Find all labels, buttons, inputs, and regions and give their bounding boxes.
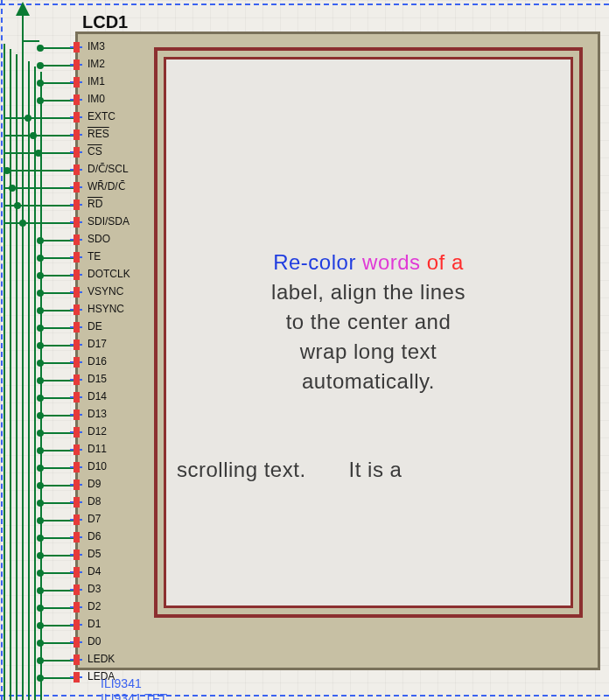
pin-row[interactable]: LEDK <box>0 651 158 668</box>
lcd-word-1: Re-color <box>273 250 356 274</box>
pin-label: D8 <box>88 495 101 508</box>
pin-pad[interactable] <box>74 340 80 350</box>
reference-designator[interactable]: LCD1 <box>82 12 128 32</box>
pin-row[interactable]: HSYNC <box>0 301 158 318</box>
pin-label: D16 <box>88 355 107 368</box>
pin-row[interactable]: D9 <box>0 476 158 494</box>
pin-row[interactable]: RD <box>0 196 158 214</box>
pin-pad[interactable] <box>74 584 80 595</box>
schematic-canvas[interactable]: LCD1 IM3IM2IM1IM0EXTCRESCSD/C̄/SCLWR̄/D/… <box>0 0 609 700</box>
pin-row[interactable]: DE <box>0 318 158 336</box>
pin-row[interactable]: D1 <box>0 616 158 634</box>
pin-row[interactable]: CS <box>0 144 158 161</box>
pin-row[interactable]: D0 <box>0 634 158 651</box>
pin-pad[interactable] <box>74 200 80 210</box>
pin-row[interactable]: D5 <box>0 546 158 564</box>
pin-pad[interactable] <box>74 514 80 525</box>
part-description[interactable]: ILI9341 TFT <box>101 691 167 700</box>
pin-row[interactable]: D11 <box>0 441 158 458</box>
pin-pad[interactable] <box>74 304 80 315</box>
pin-row[interactable]: D12 <box>0 424 158 441</box>
pin-pad[interactable] <box>74 60 80 70</box>
pin-label: HSYNC <box>88 303 124 315</box>
pin-label: IM3 <box>88 40 105 52</box>
pin-row[interactable]: D6 <box>0 528 158 546</box>
pin-pad[interactable] <box>74 130 80 140</box>
pin-pad[interactable] <box>74 550 80 560</box>
pin-row[interactable]: EXTC <box>0 108 158 126</box>
pin-row[interactable]: D3 <box>0 581 158 598</box>
pin-terminal <box>35 150 42 157</box>
pin-row[interactable]: DOTCLK <box>0 266 158 284</box>
pin-pad[interactable] <box>74 112 80 122</box>
pin-pad[interactable] <box>74 497 80 508</box>
pin-row[interactable]: TE <box>0 248 158 266</box>
pin-row[interactable]: D/C̄/SCL <box>0 161 158 178</box>
pin-row[interactable]: RES <box>0 126 158 144</box>
pin-pad[interactable] <box>74 270 80 280</box>
pin-row[interactable]: D2 <box>0 598 158 616</box>
pin-row[interactable]: D17 <box>0 336 158 354</box>
pin-pad[interactable] <box>74 427 80 438</box>
pin-pad[interactable] <box>74 252 80 262</box>
pin-pad[interactable] <box>74 392 80 402</box>
pin-pad[interactable] <box>74 374 80 385</box>
pin-pad[interactable] <box>74 94 80 105</box>
part-number[interactable]: ILI9341 <box>101 676 142 690</box>
pin-pad[interactable] <box>74 147 80 158</box>
pin-pad[interactable] <box>74 77 80 88</box>
pin-terminal <box>37 237 44 244</box>
pin-pad[interactable] <box>74 42 80 52</box>
pin-pad[interactable] <box>74 672 80 682</box>
pin-pad[interactable] <box>74 182 80 192</box>
pin-pad[interactable] <box>74 620 80 630</box>
pin-terminal <box>37 587 44 594</box>
pin-pad[interactable] <box>74 462 80 472</box>
pin-wire <box>4 170 75 172</box>
pin-pad[interactable] <box>74 602 80 612</box>
pin-terminal <box>37 675 44 682</box>
pin-pad[interactable] <box>74 234 80 245</box>
pin-pad[interactable] <box>74 532 80 542</box>
pin-pad[interactable] <box>74 654 80 665</box>
pin-pad[interactable] <box>74 322 80 332</box>
pin-row[interactable]: D4 <box>0 564 158 581</box>
pin-row[interactable]: WR̄/D/C̄ <box>0 178 158 196</box>
pin-terminal <box>37 640 44 647</box>
pin-pad[interactable] <box>74 567 80 578</box>
pin-wire <box>4 117 75 119</box>
pin-pad[interactable] <box>74 164 80 175</box>
pin-terminal <box>37 535 44 542</box>
pin-terminal <box>30 132 37 139</box>
pin-pad[interactable] <box>74 480 80 490</box>
pin-pad[interactable] <box>74 410 80 420</box>
pin-label: WR̄/D/C̄ <box>88 180 125 192</box>
pin-row[interactable]: D7 <box>0 511 158 528</box>
pin-row[interactable]: IM1 <box>0 74 158 91</box>
pin-pad[interactable] <box>74 357 80 368</box>
pin-row[interactable]: IM3 <box>0 38 158 56</box>
pin-pad[interactable] <box>74 444 80 455</box>
pin-pad[interactable] <box>74 217 80 228</box>
pin-row[interactable]: SDI/SDA <box>0 214 158 231</box>
pin-row[interactable]: D8 <box>0 494 158 511</box>
pin-label: D3 <box>88 583 101 595</box>
pin-row[interactable]: D10 <box>0 458 158 476</box>
pin-row[interactable]: IM0 <box>0 91 158 108</box>
pin-row[interactable]: IM2 <box>0 56 158 74</box>
pin-row[interactable]: D13 <box>0 406 158 424</box>
pin-row[interactable]: D16 <box>0 354 158 371</box>
pin-row[interactable]: D15 <box>0 371 158 388</box>
lcd-line-4: wrap long text <box>300 340 437 363</box>
pin-pad[interactable] <box>74 637 80 648</box>
pin-terminal <box>24 115 32 122</box>
pin-pad[interactable] <box>74 287 80 298</box>
lcd-screen[interactable]: Re-color words of a label, align the lin… <box>164 57 573 608</box>
lcd-scrolling-text: scrolling text. It is a <box>166 458 570 482</box>
pin-row[interactable]: D14 <box>0 388 158 406</box>
pin-row[interactable]: SDO <box>0 231 158 248</box>
pin-terminal <box>37 80 44 87</box>
pin-row[interactable]: VSYNC <box>0 284 158 301</box>
pin-terminal <box>37 447 44 454</box>
pin-terminal <box>37 97 44 104</box>
